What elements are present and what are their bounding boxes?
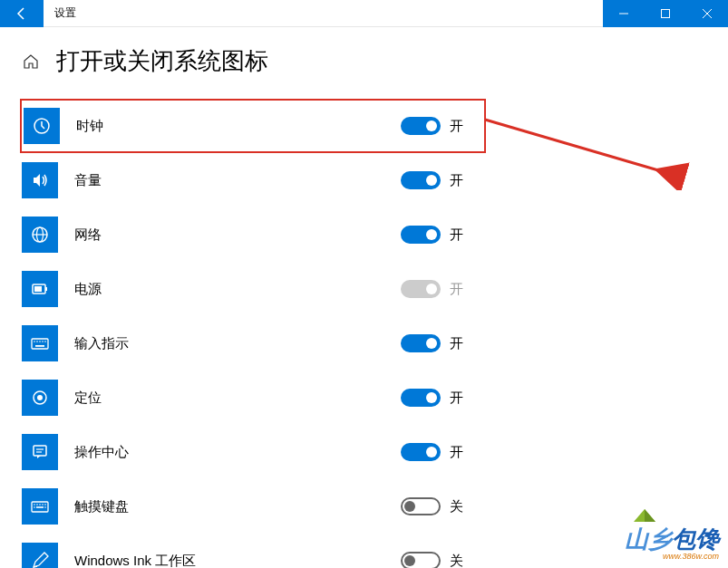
- home-icon: [23, 53, 39, 70]
- toggle-ink[interactable]: [401, 552, 441, 568]
- toggle-state-text: 开: [450, 172, 468, 189]
- setting-label: 网络: [74, 226, 401, 244]
- setting-label: 定位: [74, 390, 401, 407]
- setting-label: 输入指示: [74, 335, 401, 352]
- clock-icon: [24, 108, 60, 144]
- svg-rect-29: [36, 506, 44, 508]
- arrow-left-icon: [15, 6, 29, 21]
- toggle-volume[interactable]: [401, 171, 441, 189]
- setting-label: Windows Ink 工作区: [74, 553, 401, 569]
- svg-rect-18: [34, 446, 46, 456]
- toggle-wrap: 开: [401, 280, 468, 298]
- settings-list: 时钟开音量开网络开电源开输入指示开定位开操作中心开触摸键盘关Windows In…: [22, 99, 484, 568]
- setting-row-power: 电源开: [22, 262, 484, 316]
- svg-point-14: [44, 341, 46, 342]
- minimize-icon: [618, 8, 629, 19]
- action-icon: [22, 434, 58, 470]
- toggle-action[interactable]: [401, 443, 441, 461]
- toggle-clock[interactable]: [401, 117, 441, 135]
- toggle-state-text: 开: [450, 118, 468, 135]
- page-title: 打开或关闭系统图标: [56, 45, 268, 77]
- content-area: 打开或关闭系统图标 时钟开音量开网络开电源开输入指示开定位开操作中心开触摸键盘关…: [0, 27, 728, 568]
- toggle-ime[interactable]: [401, 334, 441, 352]
- svg-rect-8: [34, 286, 42, 292]
- page-header: 打开或关闭系统图标: [22, 45, 706, 77]
- svg-rect-1: [662, 9, 670, 17]
- svg-point-28: [44, 506, 46, 508]
- toggle-touch-kb[interactable]: [401, 497, 441, 515]
- toggle-wrap: 开: [401, 226, 468, 244]
- toggle-wrap: 开: [401, 389, 468, 407]
- setting-label: 电源: [74, 281, 401, 298]
- ime-icon: [22, 325, 58, 361]
- back-button[interactable]: [0, 0, 44, 27]
- svg-point-26: [44, 504, 46, 505]
- titlebar: 设置: [0, 0, 728, 27]
- toggle-wrap: 开: [401, 171, 468, 189]
- power-icon: [22, 271, 58, 307]
- svg-point-17: [37, 395, 43, 400]
- toggle-state-text: 开: [450, 335, 468, 352]
- svg-point-12: [39, 341, 41, 342]
- svg-point-10: [34, 341, 35, 342]
- setting-label: 触摸键盘: [74, 498, 401, 515]
- toggle-wrap: 开: [401, 117, 468, 135]
- window-controls: [603, 0, 728, 27]
- toggle-state-text: 开: [450, 444, 468, 461]
- setting-row-action: 操作中心开: [22, 425, 484, 479]
- network-icon: [22, 217, 58, 253]
- setting-label: 音量: [74, 172, 401, 189]
- window-title: 设置: [44, 5, 76, 21]
- setting-row-location: 定位开: [22, 371, 484, 425]
- ink-icon: [22, 543, 58, 568]
- setting-row-network: 网络开: [22, 207, 484, 262]
- setting-row-volume: 音量开: [22, 153, 484, 207]
- toggle-state-text: 开: [450, 390, 468, 407]
- svg-point-11: [36, 341, 38, 342]
- home-button[interactable]: [22, 53, 40, 71]
- setting-label: 时钟: [76, 118, 401, 135]
- toggle-state-text: 开: [450, 281, 468, 298]
- setting-row-clock: 时钟开: [20, 99, 486, 153]
- svg-point-24: [39, 504, 41, 505]
- setting-row-ime: 输入指示开: [22, 316, 484, 371]
- svg-point-27: [34, 506, 35, 508]
- svg-point-22: [34, 504, 35, 505]
- touch-kb-icon: [22, 488, 58, 525]
- svg-point-23: [36, 504, 38, 505]
- svg-rect-7: [45, 287, 47, 291]
- volume-icon: [22, 162, 58, 198]
- svg-rect-15: [35, 345, 44, 347]
- svg-point-25: [42, 504, 44, 505]
- location-icon: [22, 380, 58, 416]
- toggle-state-text: 开: [450, 226, 468, 244]
- toggle-location[interactable]: [401, 389, 441, 407]
- toggle-state-text: 关: [450, 498, 468, 515]
- svg-point-13: [42, 341, 44, 342]
- toggle-wrap: 关: [401, 552, 468, 568]
- toggle-network[interactable]: [401, 226, 441, 244]
- setting-row-touch-kb: 触摸键盘关: [22, 479, 484, 534]
- toggle-wrap: 开: [401, 443, 468, 461]
- toggle-state-text: 关: [450, 553, 468, 569]
- toggle-power: [401, 280, 441, 298]
- maximize-button[interactable]: [645, 0, 686, 27]
- toggle-wrap: 开: [401, 334, 468, 352]
- maximize-icon: [660, 8, 671, 19]
- toggle-wrap: 关: [401, 497, 468, 515]
- svg-rect-9: [32, 339, 48, 349]
- close-icon: [702, 8, 713, 19]
- minimize-button[interactable]: [603, 0, 645, 27]
- close-button[interactable]: [686, 0, 728, 27]
- setting-row-ink: Windows Ink 工作区关: [22, 534, 484, 568]
- setting-label: 操作中心: [74, 444, 401, 461]
